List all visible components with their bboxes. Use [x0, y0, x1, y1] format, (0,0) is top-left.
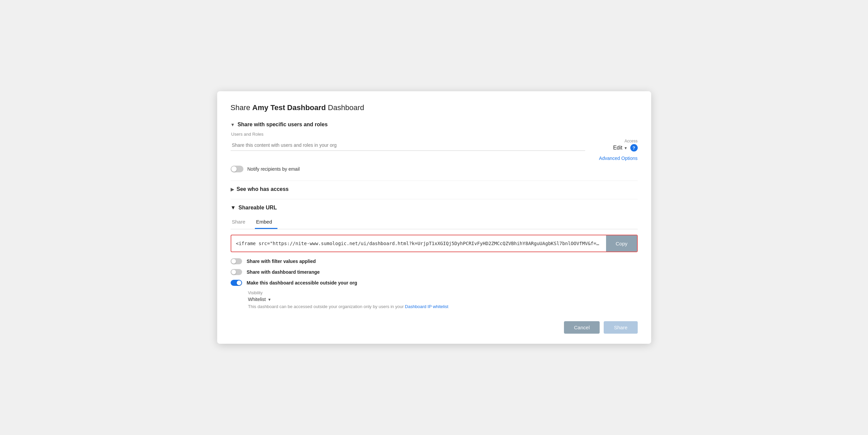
share-filter-toggle[interactable] — [230, 258, 242, 264]
url-box: <iframe src="https://nite-www.sumologic.… — [230, 235, 638, 252]
notify-toggle[interactable] — [230, 166, 243, 173]
visibility-description: This dashboard can be accessed outside y… — [248, 304, 638, 309]
footer-row: Cancel Share — [230, 321, 638, 334]
make-accessible-toggle-thumb — [237, 280, 241, 285]
make-accessible-toggle[interactable] — [230, 280, 242, 286]
share-filter-toggle-thumb — [231, 259, 236, 263]
chevron-down-icon: ▼ — [230, 122, 235, 127]
share-button[interactable]: Share — [604, 321, 638, 334]
notify-toggle-thumb — [231, 166, 237, 172]
divider-2 — [230, 199, 638, 199]
share-with-users-header[interactable]: ▼ Share with specific users and roles — [230, 122, 638, 128]
chevron-right-icon: ▶ — [230, 187, 234, 192]
visibility-label: Visibility — [248, 290, 638, 295]
tab-embed[interactable]: Embed — [255, 216, 278, 229]
share-filter-row: Share with filter values applied — [230, 258, 638, 264]
share-input[interactable] — [230, 140, 585, 151]
notify-toggle-row: Notify recipients by email — [230, 166, 638, 173]
visibility-row: Visibility Whitelist ▾ — [248, 290, 638, 302]
access-label: Access — [625, 139, 638, 144]
access-group: Access Edit ▾ ? — [591, 139, 638, 152]
cancel-button[interactable]: Cancel — [564, 321, 600, 334]
tab-share[interactable]: Share — [230, 216, 251, 229]
help-icon[interactable]: ? — [630, 144, 638, 152]
share-timerange-toggle[interactable] — [230, 269, 242, 275]
share-input-row: Access Edit ▾ ? — [230, 139, 638, 152]
share-dialog: Share Amy Test Dashboard Dashboard ▼ Sha… — [217, 91, 651, 344]
visibility-select-row[interactable]: Whitelist ▾ — [248, 297, 638, 302]
url-tabs: Share Embed — [230, 216, 638, 229]
access-select-row: Edit ▾ ? — [613, 144, 638, 152]
make-accessible-row: Make this dashboard accessible outside y… — [230, 280, 638, 286]
whitelist-chevron-down-icon: ▾ — [268, 297, 271, 302]
share-timerange-row: Share with dashboard timerange — [230, 269, 638, 275]
advanced-options-link[interactable]: Advanced Options — [599, 156, 638, 161]
see-who-has-access-header[interactable]: ▶ See who has access — [230, 186, 638, 192]
access-value: Edit — [613, 145, 623, 151]
chevron-down-icon-2: ▼ — [230, 205, 236, 211]
notify-toggle-label: Notify recipients by email — [247, 166, 300, 172]
copy-button[interactable]: Copy — [606, 235, 637, 251]
share-filter-label: Share with filter values applied — [247, 258, 316, 264]
shareable-url-header[interactable]: ▼ Shareable URL — [230, 205, 638, 211]
access-chevron-down-icon[interactable]: ▾ — [625, 146, 627, 151]
share-timerange-toggle-thumb — [231, 270, 236, 274]
dialog-title: Share Amy Test Dashboard Dashboard — [230, 103, 638, 112]
divider-1 — [230, 181, 638, 181]
users-roles-label: Users and Roles — [231, 132, 638, 137]
url-text[interactable]: <iframe src="https://nite-www.sumologic.… — [231, 237, 607, 250]
dashboard-ip-whitelist-link[interactable]: Dashboard IP whitelist — [405, 304, 448, 309]
share-timerange-label: Share with dashboard timerange — [247, 269, 320, 275]
whitelist-value: Whitelist — [248, 297, 266, 302]
make-accessible-label: Make this dashboard accessible outside y… — [247, 280, 357, 285]
